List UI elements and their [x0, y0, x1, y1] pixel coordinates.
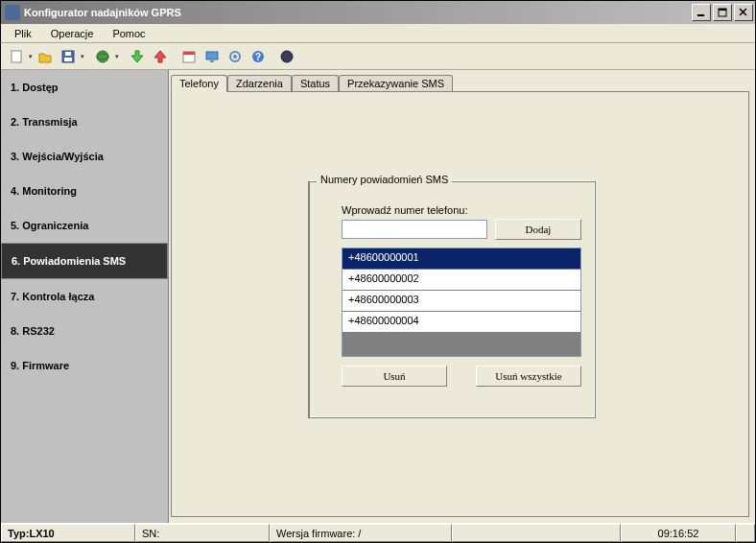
sidebar-item-firmware[interactable]: 9. Firmware	[1, 348, 168, 383]
tabs: Telefony Zdarzenia Status Przekazywanie …	[171, 72, 749, 91]
sidebar-item-dostep[interactable]: 1. Dostęp	[1, 70, 168, 105]
list-item[interactable]: +48600000001	[343, 248, 580, 270]
app-icon	[5, 5, 20, 20]
svg-rect-13	[206, 52, 218, 59]
svg-rect-14	[210, 60, 214, 62]
svg-rect-12	[183, 52, 195, 55]
delete-all-button[interactable]: Usuń wszystkie	[476, 366, 581, 387]
sidebar-item-monitoring[interactable]: 4. Monitoring	[1, 174, 168, 208]
status-firmware: Wersja firmware: /	[270, 524, 452, 542]
svg-rect-5	[12, 51, 21, 62]
globe-dropdown[interactable]: ▾	[114, 53, 120, 60]
svg-rect-7	[64, 58, 72, 61]
dark-globe-icon[interactable]	[277, 47, 296, 66]
up-arrow-icon[interactable]	[151, 47, 170, 66]
sidebar-item-ograniczenia[interactable]: 5. Ograniczenia	[1, 208, 168, 243]
menu-plik[interactable]: Plik	[5, 26, 41, 41]
list-item[interactable]: +48600000003	[343, 291, 580, 312]
sidebar-item-rs232[interactable]: 8. RS232	[1, 314, 168, 348]
tab-telefony[interactable]: Telefony	[171, 75, 227, 92]
group-title: Numery powiadomień SMS	[317, 174, 452, 185]
status-grip	[736, 524, 755, 542]
down-arrow-icon[interactable]	[128, 47, 147, 66]
sidebar-item-kontrola[interactable]: 7. Kontrola łącza	[1, 279, 168, 314]
new-dropdown[interactable]: ▾	[28, 53, 34, 60]
open-icon[interactable]	[35, 47, 55, 66]
menu-pomoc[interactable]: Pomoc	[103, 26, 154, 41]
phone-input[interactable]	[342, 220, 487, 239]
monitor-icon[interactable]	[202, 47, 222, 66]
tab-przekazywanie[interactable]: Przekazywanie SMS	[339, 75, 453, 91]
new-icon[interactable]	[7, 47, 26, 66]
tab-zdarzenia[interactable]: Zdarzenia	[227, 75, 292, 91]
globe-icon[interactable]	[93, 47, 112, 66]
statusbar: Typ: LX10 SN: Wersja firmware: / 09:16:5…	[1, 523, 755, 542]
sidebar: 1. Dostęp 2. Transmisja 3. Wejścia/Wyjśc…	[1, 70, 169, 523]
save-icon[interactable]	[59, 47, 78, 66]
delete-button[interactable]: Usuń	[342, 366, 447, 387]
group-numery-sms: Numery powiadomień SMS Wprowadź numer te…	[308, 180, 596, 418]
svg-rect-8	[65, 52, 71, 56]
svg-point-19	[281, 51, 293, 62]
phone-listbox[interactable]: +48600000001 +48600000002 +48600000003 +…	[342, 248, 581, 357]
content: Telefony Zdarzenia Status Przekazywanie …	[169, 70, 755, 523]
menu-operacje[interactable]: Operacje	[41, 26, 104, 41]
status-time: 09:16:52	[621, 524, 736, 542]
svg-text:?: ?	[255, 52, 261, 62]
svg-point-9	[97, 51, 108, 62]
gear-icon[interactable]	[225, 47, 245, 66]
save-dropdown[interactable]: ▾	[80, 53, 85, 60]
status-spacer	[452, 524, 621, 542]
add-button[interactable]: Dodaj	[495, 219, 581, 240]
toolbar: ▾ ▾ ▾ ?	[1, 43, 755, 70]
list-item[interactable]: +48600000004	[343, 312, 580, 333]
window-title: Konfigurator nadajników GPRS	[24, 7, 690, 18]
sidebar-item-powiadomienia-sms[interactable]: 6. Powiadomienia SMS	[1, 243, 168, 279]
titlebar: Konfigurator nadajników GPRS	[1, 1, 755, 24]
menubar: Plik Operacje Pomoc	[1, 24, 755, 43]
status-sn-label: SN:	[142, 528, 159, 539]
status-type-value: LX10	[29, 528, 54, 539]
svg-rect-0	[697, 14, 704, 16]
calendar-icon[interactable]	[179, 47, 199, 66]
tab-status[interactable]: Status	[292, 75, 339, 91]
status-type-label: Typ:	[8, 528, 29, 539]
phone-input-label: Wprowadź numer telefonu:	[342, 204, 467, 216]
close-button[interactable]	[734, 4, 753, 21]
sidebar-item-transmisja[interactable]: 2. Transmisja	[1, 105, 168, 139]
list-item[interactable]: +48600000002	[343, 270, 580, 291]
client-area: 1. Dostęp 2. Transmisja 3. Wejścia/Wyjśc…	[1, 70, 755, 523]
status-sn: SN:	[135, 524, 270, 542]
sidebar-item-wejscia[interactable]: 3. Wejścia/Wyjścia	[1, 139, 168, 174]
svg-point-16	[233, 55, 237, 59]
tab-panel: Numery powiadomień SMS Wprowadź numer te…	[171, 91, 749, 517]
minimize-button[interactable]	[692, 4, 711, 21]
help-icon[interactable]: ?	[248, 47, 268, 66]
maximize-button[interactable]	[713, 4, 732, 21]
svg-rect-2	[719, 9, 726, 11]
status-type: Typ: LX10	[1, 524, 135, 542]
